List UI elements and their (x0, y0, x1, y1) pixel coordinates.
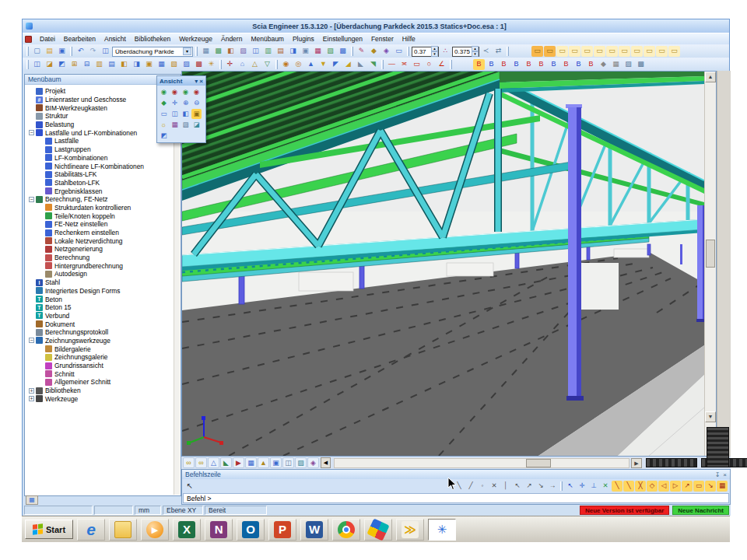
snap-icon[interactable]: │ (500, 481, 511, 492)
word[interactable]: W (300, 519, 328, 541)
toolbar-icon[interactable]: ◎ (293, 59, 304, 70)
tree-expander[interactable] (38, 163, 44, 169)
toolbar-icon[interactable]: ◉ (280, 59, 292, 70)
load-case-icon[interactable]: ▦ (610, 59, 622, 70)
view-preset-icon[interactable]: ▭ (606, 46, 618, 57)
tree-expander[interactable] (29, 321, 34, 327)
load-case-icon[interactable]: B (573, 59, 584, 70)
view-preset-icon[interactable]: ▭ (594, 46, 605, 57)
view-tool-icon[interactable]: ◉ (170, 87, 180, 97)
tree-expander[interactable] (38, 255, 44, 261)
tree-item[interactable]: Stabilitäts-LFK (35, 170, 174, 179)
menu-item[interactable]: Hilfe (398, 34, 419, 44)
toolbar-icon[interactable]: ↶ (75, 46, 86, 57)
view-tool-icon[interactable]: ▨ (181, 120, 191, 130)
toolbar-icon[interactable]: ▢ (31, 46, 43, 57)
chrome[interactable] (332, 519, 360, 541)
load-case-icon[interactable]: B (523, 59, 535, 70)
snap-mode-icon[interactable]: ▷ (670, 481, 681, 492)
toolbar-icon[interactable]: ◫ (250, 46, 261, 57)
view-tool-icon[interactable]: ✛ (170, 98, 180, 108)
toolbar-icon[interactable]: ◢ (342, 59, 354, 70)
view-tool-icon[interactable]: ▭ (159, 109, 169, 119)
snap-mode-icon[interactable]: ◇ (647, 481, 658, 492)
view-tool-icon[interactable]: ◉ (181, 87, 191, 97)
snap-mode-icon[interactable]: ╲ (612, 481, 622, 492)
toolbar-icon[interactable]: ▤ (275, 46, 286, 57)
close-icon[interactable]: × (723, 471, 727, 478)
snap-icon[interactable]: ↘ (535, 481, 546, 492)
tree-item[interactable]: Autodesign (35, 270, 174, 278)
tree-item[interactable]: LF-Kombinationen (35, 154, 174, 163)
load-case-icon[interactable]: B (585, 59, 597, 70)
tree-item[interactable]: + Bibliotheken (26, 387, 174, 395)
toolbar-icon[interactable]: ◨ (287, 46, 299, 57)
snap-mode-icon[interactable]: ↘ (705, 481, 716, 492)
scroll-right-icon[interactable]: ▶ (631, 458, 642, 468)
toolbar-grip[interactable] (381, 60, 384, 69)
tree-item[interactable]: Schnitt (35, 369, 174, 378)
view-preset-icon[interactable]: ▭ (569, 46, 580, 57)
tree-expander[interactable] (38, 172, 44, 177)
tree-item[interactable]: Teile/Knoten koppeln (35, 212, 174, 220)
tree-expander[interactable]: + (29, 396, 34, 401)
toolbar-icon[interactable]: ○ (423, 59, 435, 70)
alert-badge[interactable]: Neue Nachricht (672, 506, 729, 515)
excel[interactable]: X (173, 519, 201, 541)
toolbar-icon[interactable]: ▥ (262, 46, 274, 57)
tree-item[interactable]: Ergebnisklassen (35, 187, 174, 195)
scia-launcher[interactable]: ≫ (396, 519, 424, 541)
toolbar-grip[interactable] (507, 47, 509, 56)
view-preset-icon[interactable]: ▭ (619, 46, 630, 57)
project-selector[interactable]: Überdachung Parkde ▾ (112, 47, 193, 57)
scroll-up-icon[interactable]: ▲ (705, 72, 716, 82)
tree-expander[interactable] (29, 280, 34, 285)
tree-item[interactable]: I Stahl (26, 278, 174, 287)
menu-item[interactable]: Menübaum (247, 34, 288, 44)
toolbar-icon[interactable]: ▨ (181, 59, 192, 70)
tree-expander[interactable]: − (29, 130, 34, 135)
tree-expander[interactable] (38, 371, 44, 376)
tree-expander[interactable] (38, 238, 44, 243)
pinwheel-app[interactable] (364, 519, 392, 541)
start-button[interactable]: Start (25, 520, 73, 539)
tree-expander[interactable] (38, 205, 44, 210)
toolbar-icon[interactable]: ◤ (330, 59, 342, 70)
toolbar-icon[interactable]: — (386, 59, 398, 70)
menu-item[interactable]: Einstellungen (319, 34, 366, 44)
toolbar-icon[interactable]: ▧ (168, 59, 180, 70)
viewport-tab-icon[interactable]: ∞ (183, 457, 195, 468)
view-tool-icon[interactable]: ▦ (170, 120, 180, 130)
toolbar-icon[interactable]: ↷ (87, 46, 99, 57)
toolbar-icon[interactable]: ▲ (305, 59, 317, 70)
view-tool-icon[interactable]: ⊕ (181, 98, 191, 108)
tree-expander[interactable] (38, 380, 44, 385)
view-tool-icon[interactable]: ☼ (159, 120, 169, 130)
command-input[interactable]: Befehl > (183, 493, 729, 503)
toolbar-icon[interactable]: ∴ (440, 46, 451, 57)
view-preset-icon[interactable]: ▭ (631, 46, 643, 57)
tree-item[interactable]: − Zeichnungswerkzeuge (26, 337, 174, 345)
toolbar-grip[interactable] (275, 60, 278, 69)
view-preset-icon[interactable]: ▭ (581, 46, 593, 57)
chevron-down-icon[interactable]: ▾ (195, 78, 198, 85)
tree-item[interactable]: T Beton (26, 295, 174, 303)
tree-expander[interactable] (29, 296, 34, 302)
tree-expander[interactable] (29, 313, 34, 318)
pin-icon[interactable]: ↧ (715, 471, 721, 478)
view-preset-icon[interactable]: ▭ (656, 46, 668, 57)
viewport-tab-icon[interactable]: ▲ (258, 457, 269, 468)
toolbar-icon[interactable]: ⌂ (237, 59, 248, 70)
load-case-icon[interactable]: B (498, 59, 510, 70)
toolbar-icon[interactable]: ▽ (261, 59, 273, 70)
tree-expander[interactable] (38, 263, 44, 268)
toolbar-grip[interactable] (351, 47, 353, 56)
viewport-hscrollbar[interactable] (334, 458, 630, 468)
menu-item[interactable]: Ändern (217, 34, 246, 44)
tree-expander[interactable] (29, 305, 34, 310)
tree-item[interactable]: Lastfälle (35, 137, 174, 145)
viewport-tab-icon[interactable]: ▣ (270, 457, 282, 468)
tab-scroll-left-icon[interactable]: ◀ (321, 457, 331, 468)
toolbar-icon[interactable]: ▣ (300, 46, 311, 57)
toolbar-icon[interactable]: ▧ (324, 46, 336, 57)
